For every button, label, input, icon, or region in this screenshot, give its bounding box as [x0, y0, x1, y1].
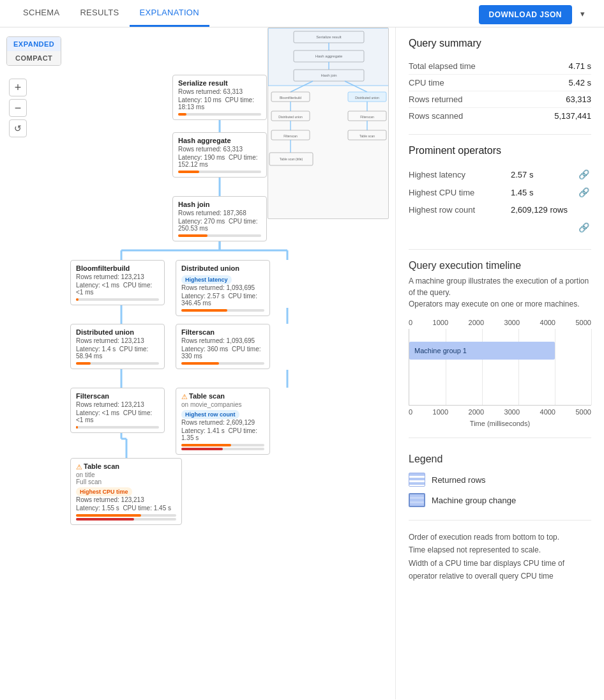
timeline-x-label: Time (milliseconds): [409, 420, 591, 427]
machine-group-bar: Machine group 1: [409, 342, 555, 360]
node-filterscan-r[interactable]: Filterscan Rows returned: 1,093,695 Late…: [176, 324, 270, 369]
tab-schema[interactable]: SCHEMA: [13, 0, 70, 27]
grid-line-4: [555, 329, 555, 405]
query-summary-title: Query summary: [409, 38, 591, 49]
summary-label-cpu: CPU time: [409, 75, 526, 91]
grid-line-1: [446, 329, 446, 405]
tab-results[interactable]: RESULTS: [70, 0, 129, 27]
node-dist-union-l-metrics: Latency: 1.4 s CPU time: 58.94 ms: [76, 346, 159, 360]
timeline-bottom-axis: 0 1000 2000 3000 4000 5000: [409, 408, 591, 416]
node-hash-join-metrics: Latency: 270 ms CPU time: 250.53 ms: [178, 218, 261, 232]
node-table-scan-r-bar2: [181, 448, 264, 450]
node-bloom-bar: [76, 298, 159, 301]
node-filterscan-r-title: Filterscan: [181, 328, 264, 336]
node-filterscan-l-rows: Rows returned: 123,213: [76, 401, 159, 408]
node-hash-agg-title: Hash aggregate: [178, 137, 261, 144]
grid-line-5: [591, 329, 592, 405]
legend-item-returned: Returned rows: [409, 473, 591, 487]
prominent-row-rowcount-link: 🔗: [409, 218, 591, 236]
node-hash-agg-metrics: Latency: 190 ms CPU time: 152.12 ms: [178, 154, 261, 168]
node-hash-join-bar: [178, 234, 261, 237]
summary-label-elapsed: Total elapsed time: [409, 58, 526, 75]
node-table-scan-r-metrics: Latency: 1.41 s CPU time: 1.35 s: [181, 427, 264, 441]
node-table-scan-r-rows: Rows returned: 2,609,129: [181, 419, 264, 426]
node-filterscan-r-rows: Rows returned: 1,093,695: [181, 337, 264, 344]
node-filterscan-l[interactable]: Filterscan Rows returned: 123,213 Latenc…: [70, 388, 165, 433]
summary-row-rows: Rows returned 63,313: [409, 91, 591, 108]
node-dist-union-l-bar: [76, 362, 159, 365]
node-table-scan-r-title: Table scan: [189, 392, 225, 400]
node-table-scan-r[interactable]: ⚠ Table scan on movie_companies Highest …: [176, 388, 270, 455]
diagram-panel: EXPANDED COMPACT + − ↺ Serialize result …: [0, 27, 396, 699]
node-hash-agg[interactable]: Hash aggregate Rows returned: 63,313 Lat…: [172, 132, 267, 178]
notes-section: Order of execution reads from bottom to …: [409, 520, 591, 583]
node-table-scan-r-bar: [181, 444, 264, 446]
timeline-top-axis: 0 1000 2000 3000 4000 5000: [409, 319, 591, 326]
node-hash-join[interactable]: Hash join Rows returned: 187,368 Latency…: [172, 196, 267, 241]
node-table-scan-l-subtitle: on title: [76, 471, 176, 478]
note-1: Order of execution reads from bottom to …: [409, 531, 591, 544]
tab-explanation[interactable]: EXPLANATION: [130, 0, 209, 27]
node-table-scan-l-bar2: [76, 518, 176, 521]
node-table-scan-l-badge: Highest CPU time: [76, 487, 132, 496]
note-3: Width of a CPU time bar displays CPU tim…: [409, 557, 591, 583]
node-bloom[interactable]: Bloomfilterbuild Rows returned: 123,213 …: [70, 260, 165, 305]
node-bloom-rows: Rows returned: 123,213: [76, 273, 159, 280]
zoom-out-button[interactable]: −: [9, 99, 27, 117]
node-hash-join-title: Hash join: [178, 201, 261, 208]
node-table-scan-r-subtitle: on movie_companies: [181, 401, 264, 408]
node-dist-union-l[interactable]: Distributed union Rows returned: 123,213…: [70, 324, 165, 369]
node-filterscan-r-metrics: Latency: 360 ms CPU time: 330 ms: [181, 346, 264, 360]
node-dist-union-l-title: Distributed union: [76, 328, 159, 336]
view-toggle: EXPANDED COMPACT: [6, 36, 61, 66]
link-icon-latency[interactable]: 🔗: [578, 169, 589, 179]
summary-value-cpu: 5.42 s: [526, 75, 591, 91]
node-dist-union-l-rows: Rows returned: 123,213: [76, 337, 159, 344]
prominent-label-cpu: Highest CPU time: [409, 183, 511, 201]
timeline-desc: A machine group illustrates the executio…: [409, 275, 591, 310]
node-dist-union-r-metrics: Latency: 2.57 s CPU time: 346.45 ms: [181, 293, 264, 307]
link-icon-rowcount[interactable]: 🔗: [578, 222, 589, 232]
timeline-section: Query execution timeline A machine group…: [409, 260, 591, 427]
node-filterscan-l-bar: [76, 426, 159, 429]
legend-title: Legend: [409, 453, 591, 465]
divider-2: [409, 249, 591, 250]
node-bloom-title: Bloomfilterbuild: [76, 264, 159, 272]
chevron-down-icon[interactable]: ▾: [573, 4, 591, 22]
legend-item-machine: Machine group change: [409, 493, 591, 507]
node-serialize-metrics: Latency: 10 ms CPU time: 18:13 ms: [178, 96, 261, 110]
prominent-value-rowcount: 2,609,129 rows: [511, 201, 575, 218]
note-2: Time elapsed not represented to scale.: [409, 544, 591, 556]
warn-icon-table-r: ⚠: [181, 393, 188, 401]
node-hash-join-rows: Rows returned: 187,368: [178, 209, 261, 217]
node-table-scan-l-metrics: Latency: 1.55 s CPU time: 1.45 s: [76, 505, 176, 512]
reset-zoom-button[interactable]: ↺: [9, 119, 27, 137]
node-hash-agg-rows: Rows returned: 63,313: [178, 146, 261, 153]
node-table-scan-l-title: Table scan: [84, 462, 119, 470]
link-icon-cpu[interactable]: 🔗: [578, 187, 589, 197]
expanded-btn[interactable]: EXPANDED: [7, 37, 61, 51]
node-dist-union-r[interactable]: Distributed union Highest latency Rows r…: [176, 260, 270, 316]
timeline-bar-area: Machine group 1: [409, 329, 591, 406]
download-json-button[interactable]: DOWNLOAD JSON: [479, 5, 573, 24]
node-serialize-bar: [178, 113, 261, 116]
summary-value-elapsed: 4.71 s: [526, 58, 591, 75]
prominent-row-rowcount: Highest row count 2,609,129 rows: [409, 201, 591, 218]
prominent-row-cpu: Highest CPU time 1.45 s 🔗: [409, 183, 591, 201]
summary-value-rows: 63,313: [526, 91, 591, 108]
node-serialize[interactable]: Serialize result Rows returned: 63,313 L…: [172, 75, 267, 120]
legend-icon-returned: [409, 473, 425, 487]
diagram-area: Serialize result Rows returned: 63,313 L…: [0, 56, 395, 699]
prominent-value-latency: 2.57 s: [511, 165, 575, 183]
node-serialize-rows: Rows returned: 63,313: [178, 88, 261, 95]
summary-label-scanned: Rows scanned: [409, 108, 526, 125]
node-table-scan-l-bar: [76, 514, 176, 517]
node-table-scan-l[interactable]: ⚠ Table scan on title Full scan Highest …: [70, 458, 182, 525]
compact-btn[interactable]: COMPACT: [7, 51, 61, 65]
summary-row-cpu: CPU time 5.42 s: [409, 75, 591, 91]
zoom-in-button[interactable]: +: [9, 79, 27, 96]
grid-line-3: [518, 329, 519, 405]
divider-3: [409, 438, 591, 438]
legend-label-machine: Machine group change: [432, 496, 516, 505]
node-dist-union-r-title: Distributed union: [181, 264, 264, 272]
